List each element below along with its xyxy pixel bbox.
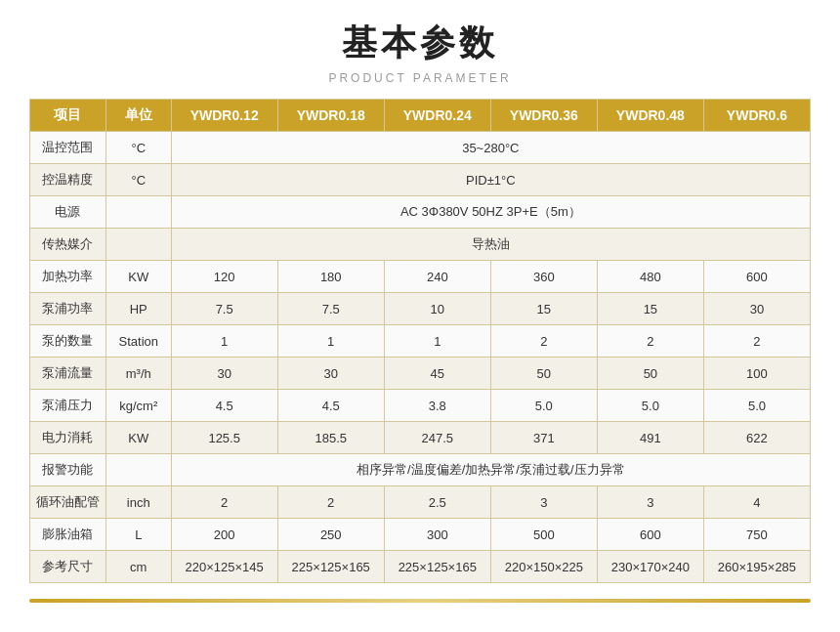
row-label: 控温精度 [30,164,106,196]
row-value: 125.5 [171,422,277,454]
row-value: 10 [384,293,490,325]
row-value: 480 [597,261,703,293]
row-label: 温控范围 [30,132,106,164]
row-value: 1 [171,325,277,358]
table-row: 控温精度°CPID±1°C [30,164,811,196]
row-value: 45 [384,358,490,390]
row-value: 2 [490,325,597,358]
row-value: 491 [597,422,703,454]
row-label: 循环油配管 [30,486,106,519]
row-value: 600 [703,261,810,293]
table-header-row: 项目 单位 YWDR0.12 YWDR0.18 YWDR0.24 YWDR0.3… [30,100,811,132]
row-value: 260×195×285 [703,551,810,583]
row-value: 3 [490,486,597,519]
row-value: 50 [597,358,703,390]
row-value: 225×125×165 [277,551,384,583]
row-value: 1 [384,325,490,358]
row-value: 5.0 [490,390,597,422]
row-value: 360 [490,261,597,293]
table-row: 膨胀油箱L200250300500600750 [30,519,811,551]
row-span-value: AC 3Φ380V 50HZ 3P+E（5m） [171,196,810,229]
header-item: 项目 [30,100,106,132]
row-unit: KW [105,422,171,454]
row-label: 泵浦流量 [30,358,106,390]
row-value: 2 [171,486,277,519]
row-value: 2.5 [384,486,490,519]
table-row: 泵的数量Station111222 [30,325,811,358]
table-row: 电源AC 3Φ380V 50HZ 3P+E（5m） [30,196,811,229]
row-value: 4.5 [277,390,384,422]
row-label: 加热功率 [30,261,106,293]
row-value: 3 [597,486,703,519]
row-unit: kg/cm² [105,390,171,422]
table-body: 温控范围°C35~280°C控温精度°CPID±1°C电源AC 3Φ380V 5… [30,132,811,583]
row-value: 225×125×165 [384,551,490,583]
table-row: 电力消耗KW125.5185.5247.5371491622 [30,422,811,454]
row-label: 泵浦压力 [30,390,106,422]
row-value: 3.8 [384,390,490,422]
table-row: 温控范围°C35~280°C [30,132,811,164]
bottom-decorative-line [29,599,811,603]
row-value: 4.5 [171,390,277,422]
row-unit: HP [105,293,171,325]
row-value: 500 [490,519,597,551]
row-value: 15 [597,293,703,325]
row-unit [105,229,171,261]
row-unit: cm [105,551,171,583]
row-value: 220×125×145 [171,551,277,583]
row-span-value: PID±1°C [171,164,810,196]
row-label: 报警功能 [30,454,106,486]
header-ywdr036: YWDR0.36 [490,100,597,132]
row-label: 参考尺寸 [30,551,106,583]
row-value: 30 [171,358,277,390]
row-label: 泵浦功率 [30,293,106,325]
row-label: 电力消耗 [30,422,106,454]
header-ywdr048: YWDR0.48 [597,100,703,132]
row-unit: °C [105,132,171,164]
row-unit: Station [105,325,171,358]
header-ywdr06: YWDR0.6 [703,100,810,132]
row-span-value: 导热油 [171,229,810,261]
row-value: 2 [277,486,384,519]
table-row: 泵浦功率HP7.57.510151530 [30,293,811,325]
row-value: 1 [277,325,384,358]
header-ywdr012: YWDR0.12 [171,100,277,132]
row-value: 185.5 [277,422,384,454]
row-label: 电源 [30,196,106,229]
row-unit: L [105,519,171,551]
row-value: 15 [490,293,597,325]
row-value: 5.0 [703,390,810,422]
table-row: 泵浦压力kg/cm²4.54.53.85.05.05.0 [30,390,811,422]
row-value: 30 [277,358,384,390]
sub-title: PRODUCT PARAMETER [29,71,811,85]
row-value: 247.5 [384,422,490,454]
row-value: 300 [384,519,490,551]
row-value: 7.5 [171,293,277,325]
row-value: 622 [703,422,810,454]
row-value: 220×150×225 [490,551,597,583]
table-row: 泵浦流量m³/h3030455050100 [30,358,811,390]
row-unit: inch [105,486,171,519]
page-header: 基本参数 PRODUCT PARAMETER [29,20,811,85]
main-title: 基本参数 [29,20,811,67]
row-value: 2 [703,325,810,358]
row-value: 120 [171,261,277,293]
row-value: 180 [277,261,384,293]
row-value: 100 [703,358,810,390]
row-value: 750 [703,519,810,551]
row-value: 200 [171,519,277,551]
row-unit: °C [105,164,171,196]
header-unit: 单位 [105,100,171,132]
row-value: 240 [384,261,490,293]
row-unit [105,196,171,229]
row-value: 30 [703,293,810,325]
param-table: 项目 单位 YWDR0.12 YWDR0.18 YWDR0.24 YWDR0.3… [29,99,811,583]
row-value: 230×170×240 [597,551,703,583]
table-row: 报警功能相序异常/温度偏差/加热异常/泵浦过载/压力异常 [30,454,811,486]
row-value: 250 [277,519,384,551]
row-span-value: 35~280°C [171,132,810,164]
row-unit [105,454,171,486]
table-row: 传热媒介导热油 [30,229,811,261]
row-value: 371 [490,422,597,454]
row-span-value: 相序异常/温度偏差/加热异常/泵浦过载/压力异常 [171,454,810,486]
